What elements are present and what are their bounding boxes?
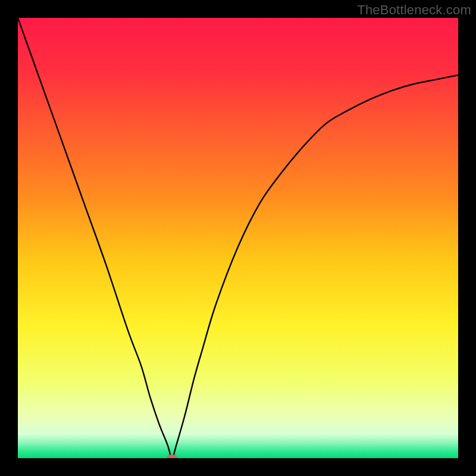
chart-background bbox=[18, 18, 458, 458]
chart-svg bbox=[18, 18, 458, 458]
chart-frame: TheBottleneck.com bbox=[0, 0, 476, 476]
watermark-text: TheBottleneck.com bbox=[357, 2, 471, 18]
optimal-point-marker bbox=[167, 455, 177, 458]
plot-area bbox=[18, 18, 458, 458]
